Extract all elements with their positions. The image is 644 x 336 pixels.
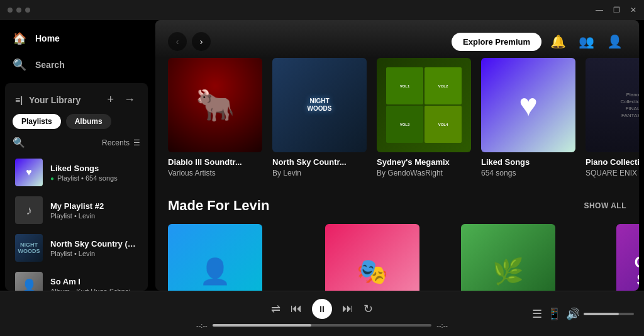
volume-fill	[584, 313, 619, 315]
sydney-grid: VOL1 VOL2 VOL3 VOL4	[386, 67, 462, 143]
diablo-horns-icon: 🐂	[196, 87, 235, 123]
card-north-sky[interactable]: NIGHTWOODS North Sky Countr... By Levin	[272, 58, 367, 177]
northsky-thumb-label: NIGHT WOODS	[15, 240, 43, 255]
titlebar: — ❐ ✕	[0, 0, 644, 20]
next-button[interactable]: ⏭	[342, 302, 353, 315]
daily-mix-1-card[interactable]: 👤 Daily Mix 1 Daily Mix 1 Josh Whelchel,…	[168, 224, 315, 291]
back-button[interactable]: ‹	[168, 32, 187, 51]
recents-button[interactable]: Recents ☰	[102, 138, 140, 147]
card-piano[interactable]: PianoCollectionsFINALFANTASY Piano Colle…	[586, 58, 639, 177]
library-search-icon[interactable]: 🔍	[13, 137, 25, 148]
progress-track[interactable]	[213, 324, 432, 327]
library-add-button[interactable]: +	[104, 91, 116, 109]
card-sydney[interactable]: VOL1 VOL2 VOL3 VOL4 Sydney's Megamix By …	[377, 58, 471, 177]
library-item-so-am-i[interactable]: 👤 So Am I Album • Kurt Hugo Schneider	[8, 267, 145, 291]
progress-bar[interactable]: --:-- --:--	[196, 322, 448, 329]
liked-songs-meta: ● Playlist • 654 songs	[50, 174, 118, 182]
playlist2-name: My Playlist #2	[50, 201, 104, 211]
northsky-name: North Sky Country (In-Game)	[50, 239, 138, 249]
daily-mix-3-card[interactable]: 🌿 Daily Mix 3 Daily Mix 3 Darren Ang, Mi…	[461, 224, 606, 291]
queue-button[interactable]: ☰	[532, 307, 542, 321]
forward-button[interactable]: ›	[192, 32, 211, 51]
library-item-playlist-2[interactable]: ♪ My Playlist #2 Playlist • Levin	[8, 191, 145, 229]
friends-button[interactable]: 👥	[575, 30, 598, 53]
person-silhouette-icon: 👤	[199, 257, 231, 286]
now-playing-right: ☰ 📱 🔊	[508, 307, 634, 321]
close-button[interactable]: ✕	[630, 6, 636, 14]
daily-mix-4-card[interactable]: GOTHIC STORM Daily Mix 4 Daily Mix 4 Got…	[616, 224, 639, 291]
library-title-area[interactable]: ≡| Your Library	[15, 95, 80, 105]
sidebar-item-search[interactable]: 🔍 Search	[8, 52, 145, 78]
content-scroll[interactable]: 🐂 Diablo III Soundtr... Various Artists …	[155, 58, 639, 291]
daily-mixes-row: 👤 Daily Mix 1 Daily Mix 1 Josh Whelchel,…	[168, 224, 626, 291]
liked-songs-thumbnail: ♥	[15, 159, 43, 186]
show-all-button[interactable]: Show all	[584, 201, 626, 210]
card-diablo[interactable]: 🐂 Diablo III Soundtr... Various Artists	[168, 58, 262, 177]
shuffle-button[interactable]: ⇌	[271, 302, 280, 316]
sydney-art: VOL1 VOL2 VOL3 VOL4	[377, 58, 471, 152]
soami-name: So Am I	[50, 277, 138, 286]
devices-icon: 📱	[547, 308, 561, 320]
now-playing-bar: ⇌ ⏮ ⏸ ⏭ ↻ --:-- --:-- ☰	[0, 291, 644, 336]
piano-card-sub: SQUARE ENIX MUSIC	[586, 169, 639, 177]
sidebar-item-home[interactable]: 🏠 Home	[8, 25, 145, 52]
volume-button[interactable]: 🔊	[566, 307, 580, 321]
northsky-card-thumbnail: NIGHTWOODS	[272, 58, 367, 152]
daily-mix-1-art: 👤	[168, 224, 262, 291]
volume-track[interactable]	[584, 313, 634, 315]
content-header: ‹ › Explore Premium 🔔 👥 👤	[155, 20, 639, 58]
green-dot-icon: ●	[50, 175, 54, 182]
repeat-button[interactable]: ↻	[364, 302, 373, 316]
liked-songs-card-sub: 654 songs	[481, 169, 575, 177]
filter-playlists-button[interactable]: Playlists	[13, 114, 61, 129]
sydney-cell-3: VOL3	[386, 106, 423, 143]
pause-icon: ⏸	[318, 304, 326, 314]
soami-thumbnail: 👤	[15, 272, 43, 291]
soami-info: So Am I Album • Kurt Hugo Schneider	[50, 277, 138, 291]
filter-albums-button[interactable]: Albums	[66, 114, 111, 129]
northsky-card-sub: By Levin	[272, 169, 367, 177]
devices-button[interactable]: 📱	[547, 307, 561, 321]
liked-songs-card-thumbnail: ♥	[481, 58, 575, 152]
library-filters: Playlists Albums	[5, 114, 148, 134]
sydney-card-thumbnail: VOL1 VOL2 VOL3 VOL4	[377, 58, 471, 152]
sidebar-library: ≡| Your Library + → Playlists Albums 🔍 R…	[5, 83, 148, 291]
current-time: --:--	[196, 322, 208, 329]
titlebar-menu-dots	[8, 8, 30, 13]
sydney-cell-2: VOL2	[425, 67, 462, 104]
user-icon: 👤	[607, 34, 623, 49]
northsky-thumbnail: NIGHT WOODS	[15, 234, 43, 262]
sydney-cell-1: VOL1	[386, 67, 423, 104]
music-note-icon: ♪	[26, 203, 32, 218]
daily-mix-4-art: GOTHIC STORM	[616, 224, 639, 291]
card-liked-songs[interactable]: ♥ Liked Songs 654 songs	[481, 58, 575, 177]
face-icon: 🎭	[357, 257, 388, 286]
daily-mix-2-thumbnail: 🎭 Daily Mix 2	[325, 224, 419, 291]
diablo-card-sub: Various Artists	[168, 169, 262, 177]
library-item-liked-songs[interactable]: ♥ Liked Songs ● Playlist • 654 songs	[8, 154, 145, 191]
total-time: --:--	[436, 322, 448, 329]
library-items-list: ♥ Liked Songs ● Playlist • 654 songs ♪	[5, 154, 148, 291]
prev-icon: ⏮	[291, 302, 302, 315]
library-expand-button[interactable]: →	[121, 91, 138, 109]
piano-card-title: Piano Collections...	[586, 157, 639, 167]
previous-button[interactable]: ⏮	[291, 302, 302, 315]
explore-premium-button[interactable]: Explore Premium	[452, 33, 541, 51]
play-pause-button[interactable]: ⏸	[312, 299, 332, 319]
user-profile-button[interactable]: 👤	[603, 30, 626, 53]
notifications-button[interactable]: 🔔	[547, 30, 570, 53]
library-icon: ≡|	[15, 95, 23, 105]
library-item-north-sky[interactable]: NIGHT WOODS North Sky Country (In-Game) …	[8, 229, 145, 267]
maximize-button[interactable]: ❐	[613, 6, 620, 14]
playlist2-info: My Playlist #2 Playlist • Levin	[50, 201, 104, 220]
library-actions: + →	[104, 91, 138, 109]
daily-mix-2-card[interactable]: 🎭 Daily Mix 2 Daily Mix 2 ROZEN, Nobuo U…	[325, 224, 451, 291]
diablo-card-title: Diablo III Soundtr...	[168, 157, 262, 167]
titlebar-dot-1	[8, 8, 13, 13]
person-icon: 👤	[21, 278, 37, 291]
daily-mix-3-thumbnail: 🌿 Daily Mix 3	[461, 224, 555, 291]
minimize-button[interactable]: —	[596, 6, 603, 14]
sydney-cell-4: VOL4	[425, 106, 462, 143]
bell-icon: 🔔	[550, 34, 566, 49]
sidebar-home-label: Home	[35, 33, 60, 43]
